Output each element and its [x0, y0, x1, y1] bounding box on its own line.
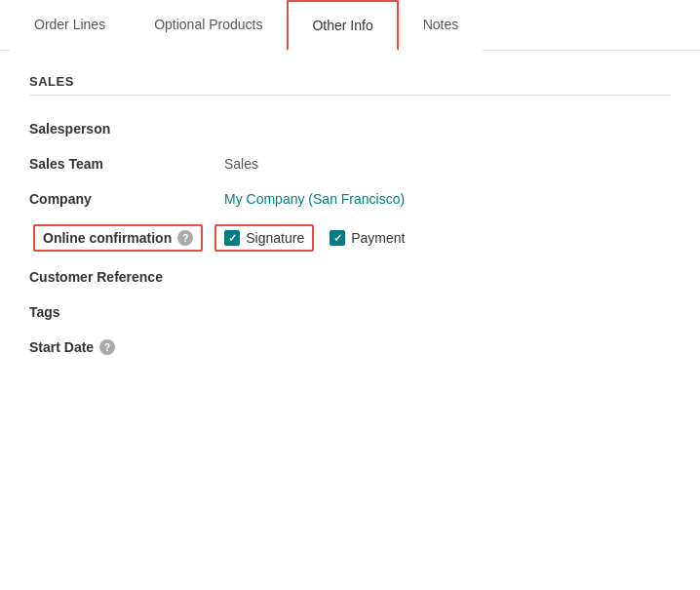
signature-checkbox-item: Signature	[214, 224, 314, 252]
signature-checkbox[interactable]	[224, 230, 240, 246]
payment-checkbox[interactable]	[330, 230, 345, 246]
sales-team-label: Sales Team	[29, 156, 224, 172]
start-date-help-icon[interactable]: ?	[99, 339, 115, 355]
start-date-label-wrap: Start Date ?	[29, 339, 224, 355]
online-confirmation-label-box: Online confirmation ?	[33, 224, 203, 252]
company-label: Company	[29, 191, 224, 207]
tags-row: Tags	[29, 295, 671, 330]
online-confirmation-row: Online confirmation ? Signature Payment	[29, 216, 671, 259]
start-date-label: Start Date	[29, 339, 94, 355]
start-date-row: Start Date ?	[29, 330, 671, 365]
tab-bar: Order Lines Optional Products Other Info…	[0, 0, 700, 51]
customer-reference-row: Customer Reference	[29, 259, 671, 295]
sales-team-row: Sales Team Sales	[29, 146, 671, 181]
payment-checkbox-item: Payment	[330, 230, 405, 246]
online-confirmation-checkboxes: Signature Payment	[214, 224, 405, 252]
customer-reference-label: Customer Reference	[29, 269, 224, 285]
payment-label: Payment	[351, 230, 405, 246]
salesperson-row: Salesperson	[29, 111, 671, 146]
online-confirmation-label: Online confirmation	[43, 230, 172, 246]
salesperson-label: Salesperson	[29, 121, 224, 137]
sales-team-value[interactable]: Sales	[224, 156, 258, 172]
company-value[interactable]: My Company (San Francisco)	[224, 191, 405, 207]
signature-label: Signature	[246, 230, 304, 246]
company-row: Company My Company (San Francisco)	[29, 181, 671, 216]
section-sales-header: SALES	[29, 74, 671, 96]
online-confirmation-help-icon[interactable]: ?	[177, 230, 193, 246]
tab-notes[interactable]: Notes	[399, 0, 484, 51]
tab-order-lines[interactable]: Order Lines	[10, 0, 130, 51]
content-area: SALES Salesperson Sales Team Sales Compa…	[0, 51, 700, 388]
tags-label: Tags	[29, 304, 224, 320]
tab-other-info[interactable]: Other Info	[287, 0, 398, 51]
tab-optional-products[interactable]: Optional Products	[130, 0, 287, 51]
